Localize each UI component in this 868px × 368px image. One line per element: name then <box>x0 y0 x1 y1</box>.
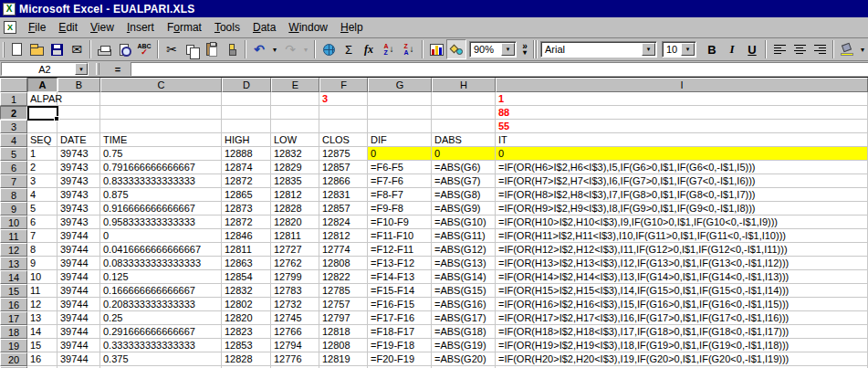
cell-C4[interactable]: TIME <box>100 133 222 147</box>
spelling-button[interactable]: ABC ✓ <box>134 39 154 59</box>
column-header-D[interactable]: D <box>222 78 271 92</box>
cell-B10[interactable]: 39743 <box>58 216 100 229</box>
chevron-down-icon[interactable]: ▾ <box>642 43 655 56</box>
cell-A19[interactable]: 15 <box>27 339 58 352</box>
cell-B3[interactable] <box>58 120 100 133</box>
row-header-1[interactable]: 1 <box>0 92 27 106</box>
cell-C14[interactable]: 0.125 <box>100 270 222 284</box>
cell-E6[interactable]: 12829 <box>271 161 319 174</box>
font-size-combobox[interactable]: 10 ▾ <box>662 41 696 58</box>
cell-F8[interactable]: 12831 <box>319 188 368 202</box>
cell-A9[interactable]: 5 <box>27 202 58 216</box>
row-header-6[interactable]: 6 <box>0 161 27 174</box>
cell-E16[interactable]: 12732 <box>271 298 319 311</box>
cell-G6[interactable]: =F6-F5 <box>368 161 432 174</box>
cell-F9[interactable]: 12857 <box>319 202 368 216</box>
cell-E4[interactable]: LOW <box>271 133 319 147</box>
cell-C6[interactable]: 0.791666666666667 <box>100 161 222 174</box>
cell-I11[interactable]: =IF(OR(H11>I$2,H11<I$3),I10,IF(G11>0,I$1… <box>496 229 868 243</box>
cell-I5[interactable]: 0 <box>496 147 868 161</box>
cell-D5[interactable]: 12888 <box>222 147 271 161</box>
cell-B16[interactable]: 39744 <box>58 298 100 311</box>
cell-G20[interactable]: =F20-F19 <box>368 352 432 366</box>
cell-G5[interactable]: 0 <box>368 147 432 161</box>
cell-E17[interactable]: 12745 <box>271 311 319 325</box>
cut-button[interactable]: ✂ <box>162 39 182 59</box>
cell-A17[interactable]: 13 <box>27 311 58 325</box>
row-header-16[interactable]: 16 <box>0 298 27 311</box>
cell-A3[interactable] <box>27 120 58 133</box>
align-right-button[interactable] <box>810 39 830 59</box>
cell-I13[interactable]: =IF(OR(H13>I$2,H13<I$3),I12,IF(G13>0,I$1… <box>496 257 868 270</box>
cell-G9[interactable]: =F9-F8 <box>368 202 432 216</box>
cell-H1[interactable] <box>432 92 496 106</box>
cell-D16[interactable]: 12802 <box>222 298 271 311</box>
column-header-F[interactable]: F <box>319 78 368 92</box>
cell-D19[interactable]: 12853 <box>222 339 271 352</box>
cell-C18[interactable]: 0.291666666666667 <box>100 325 222 339</box>
print-button[interactable] <box>94 39 114 59</box>
menu-edit[interactable]: Edit <box>52 18 84 37</box>
fill-color-button[interactable] <box>837 39 857 59</box>
cell-D6[interactable]: 12874 <box>222 161 271 174</box>
cell-H2[interactable] <box>432 106 496 120</box>
cell-I7[interactable]: =IF(OR(H7>I$2,H7<I$3),I6,IF(G7>0,I$1,IF(… <box>496 174 868 188</box>
cell-D18[interactable]: 12823 <box>222 325 271 339</box>
cell-H7[interactable]: =ABS(G7) <box>432 174 496 188</box>
cell-B15[interactable]: 39744 <box>58 284 100 298</box>
cell-D20[interactable]: 12828 <box>222 352 271 366</box>
cell-D3[interactable] <box>222 120 271 133</box>
row-header-9[interactable]: 9 <box>0 202 27 216</box>
cell-E12[interactable]: 12727 <box>271 243 319 257</box>
cell-E10[interactable]: 12820 <box>271 216 319 229</box>
cell-H3[interactable] <box>432 120 496 133</box>
format-painter-button[interactable] <box>222 39 242 59</box>
cell-C16[interactable]: 0.208333333333333 <box>100 298 222 311</box>
cell-H6[interactable]: =ABS(G6) <box>432 161 496 174</box>
cell-F1[interactable]: 3 <box>319 92 368 106</box>
menu-view[interactable]: View <box>84 18 120 37</box>
cell-G16[interactable]: =F16-F15 <box>368 298 432 311</box>
cell-B20[interactable]: 39744 <box>58 352 100 366</box>
cell-I17[interactable]: =IF(OR(H17>I$2,H17<I$3),I16,IF(G17>0,I$1… <box>496 311 868 325</box>
cell-F12[interactable]: 12774 <box>319 243 368 257</box>
menu-format[interactable]: Format <box>161 18 208 37</box>
cell-C19[interactable]: 0.333333333333333 <box>100 339 222 352</box>
cell-G11[interactable]: =F11-F10 <box>368 229 432 243</box>
cell-C17[interactable]: 0.25 <box>100 311 222 325</box>
save-button[interactable] <box>47 39 67 59</box>
cell-E5[interactable]: 12832 <box>271 147 319 161</box>
underline-button[interactable]: U <box>742 39 762 59</box>
cell-H9[interactable]: =ABS(G9) <box>432 202 496 216</box>
cell-F17[interactable]: 12797 <box>319 311 368 325</box>
column-header-C[interactable]: C <box>100 78 222 92</box>
cell-F6[interactable]: 12857 <box>319 161 368 174</box>
cell-G14[interactable]: =F14-F13 <box>368 270 432 284</box>
cell-D12[interactable]: 12811 <box>222 243 271 257</box>
cell-G4[interactable]: DIF <box>368 133 432 147</box>
cell-G13[interactable]: =F13-F12 <box>368 257 432 270</box>
paste-button[interactable] <box>202 39 222 59</box>
open-button[interactable] <box>26 39 47 59</box>
cell-H15[interactable]: =ABS(G15) <box>432 284 496 298</box>
cell-G15[interactable]: =F15-F14 <box>368 284 432 298</box>
cell-A1[interactable]: ALPAR <box>27 92 58 106</box>
cell-E8[interactable]: 12812 <box>271 188 319 202</box>
cell-B8[interactable]: 39743 <box>58 188 100 202</box>
chevron-down-icon[interactable]: ▾ <box>75 63 88 75</box>
cell-E20[interactable]: 12776 <box>271 352 319 366</box>
chart-wizard-button[interactable] <box>426 39 446 59</box>
cell-B17[interactable]: 39744 <box>58 311 100 325</box>
row-header-17[interactable]: 17 <box>0 311 27 325</box>
cell-D2[interactable] <box>222 106 271 120</box>
menu-insert[interactable]: Insert <box>120 18 161 37</box>
cell-C20[interactable]: 0.375 <box>100 352 222 366</box>
cell-I1[interactable]: 1 <box>496 92 868 106</box>
cell-D10[interactable]: 12872 <box>222 216 271 229</box>
cell-F13[interactable]: 12808 <box>319 257 368 270</box>
align-center-button[interactable] <box>790 39 810 59</box>
cell-F2[interactable] <box>319 106 368 120</box>
cell-B9[interactable]: 39743 <box>58 202 100 216</box>
email-button[interactable]: ✉ <box>67 39 87 59</box>
cell-G12[interactable]: =F12-F11 <box>368 243 432 257</box>
